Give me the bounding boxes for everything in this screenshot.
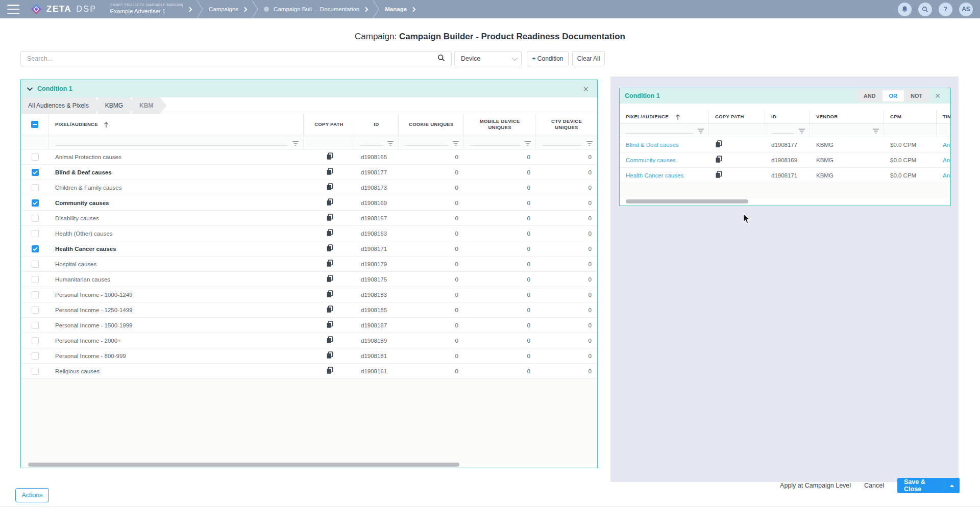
- filter-icon[interactable]: [292, 141, 299, 146]
- copy-path-icon[interactable]: [326, 183, 333, 191]
- selected-audience-row[interactable]: Blind & Deaf causesd1908177KBMG$0.0 CPMA…: [620, 137, 950, 152]
- filter-icon[interactable]: [697, 129, 704, 134]
- sort-asc-icon[interactable]: [103, 121, 109, 128]
- row-checkbox[interactable]: [32, 245, 39, 252]
- table-row[interactable]: Hospital causesd1908179000: [21, 257, 597, 272]
- table-row[interactable]: Humanitarian causesd1908175000: [21, 272, 597, 287]
- apply-at-campaign-level-button[interactable]: Apply at Campaign Level: [780, 482, 851, 489]
- filter-input[interactable]: [405, 139, 448, 146]
- row-checkbox[interactable]: [32, 352, 39, 360]
- row-checkbox[interactable]: [32, 322, 39, 329]
- operator-not[interactable]: NOT: [904, 90, 929, 101]
- column-header-label[interactable]: PIXEL/AUDIENCE: [626, 114, 669, 120]
- tim-value[interactable]: An: [937, 142, 950, 148]
- add-condition-button[interactable]: + Condition: [527, 51, 569, 66]
- actions-button[interactable]: Actions: [15, 488, 49, 502]
- audience-tab-kbmg[interactable]: KBMG: [98, 97, 136, 114]
- breadcrumb-item[interactable]: Campaign Buil ... Documentation: [259, 6, 373, 13]
- filter-icon[interactable]: [798, 129, 805, 134]
- row-checkbox[interactable]: [32, 261, 39, 268]
- breadcrumb-item[interactable]: Manage: [380, 6, 420, 13]
- row-checkbox[interactable]: [32, 184, 39, 191]
- filter-input[interactable]: [542, 139, 582, 146]
- copy-path-icon[interactable]: [326, 351, 333, 359]
- row-checkbox[interactable]: [32, 337, 39, 344]
- column-header-label[interactable]: COOKIE UNIQUES: [409, 121, 454, 128]
- select-all-checkbox[interactable]: [31, 121, 38, 128]
- copy-path-icon[interactable]: [326, 290, 333, 298]
- cancel-button[interactable]: Cancel: [864, 482, 884, 489]
- sort-asc-icon[interactable]: [675, 114, 681, 120]
- save-menu-caret-icon[interactable]: [950, 484, 954, 487]
- copy-path-icon[interactable]: [326, 214, 333, 221]
- audience-name-link[interactable]: Blind & Deaf causes: [620, 142, 709, 148]
- tim-value[interactable]: An: [937, 157, 950, 163]
- row-checkbox[interactable]: [32, 276, 39, 283]
- right-close-icon[interactable]: ✕: [930, 90, 945, 102]
- avatar[interactable]: AS: [959, 3, 973, 16]
- copy-path-icon[interactable]: [326, 152, 333, 160]
- row-checkbox[interactable]: [32, 307, 39, 314]
- table-row[interactable]: Animal Protection causesd1908165000: [21, 149, 597, 165]
- hamburger-menu-icon[interactable]: [7, 5, 19, 14]
- table-row[interactable]: Community causesd1908169000: [21, 195, 597, 211]
- row-checkbox[interactable]: [32, 169, 39, 176]
- filter-input[interactable]: [771, 126, 794, 134]
- copy-path-icon[interactable]: [326, 168, 333, 175]
- filter-icon[interactable]: [452, 141, 459, 146]
- table-row[interactable]: Personal Income - 800-999d1908181000: [21, 348, 597, 364]
- column-header-label[interactable]: COPY PATH: [314, 121, 344, 128]
- breadcrumb-item[interactable]: SMART PROJECTS (VARIABLE MARGIN)Example …: [105, 3, 197, 15]
- table-row[interactable]: Disability causesd1908167000: [21, 211, 597, 226]
- search-input[interactable]: [21, 55, 437, 62]
- row-checkbox[interactable]: [32, 368, 39, 375]
- copy-path-icon[interactable]: [326, 198, 333, 206]
- copy-path-icon[interactable]: [326, 321, 333, 328]
- copy-path-icon[interactable]: [326, 229, 333, 237]
- filter-icon[interactable]: [586, 141, 593, 146]
- copy-path-icon[interactable]: [326, 275, 333, 283]
- left-scrollbar-thumb[interactable]: [28, 463, 459, 467]
- table-row[interactable]: Personal Income - 1250-1499d1908185000: [21, 302, 597, 318]
- search-icon[interactable]: [918, 3, 932, 16]
- row-checkbox[interactable]: [32, 215, 39, 222]
- table-row[interactable]: Personal Income - 1000-1249d1908183000: [21, 287, 597, 302]
- clear-all-button[interactable]: Clear All: [572, 51, 605, 66]
- table-row[interactable]: Blind & Deaf causesd1908177000: [21, 165, 597, 180]
- copy-path-icon[interactable]: [715, 140, 722, 148]
- close-icon[interactable]: ✕: [580, 84, 591, 94]
- device-dropdown[interactable]: Device: [454, 51, 522, 66]
- copy-path-icon[interactable]: [326, 367, 333, 374]
- row-checkbox[interactable]: [32, 230, 39, 237]
- column-header-label[interactable]: MOBILE DEVICE UNIQUES: [470, 118, 529, 131]
- table-row[interactable]: Health Cancer causesd1908171000: [21, 241, 597, 257]
- filter-icon[interactable]: [872, 129, 879, 134]
- table-row[interactable]: Personal Income - 1500-1999d1908187000: [21, 318, 597, 333]
- filter-input[interactable]: [55, 139, 288, 146]
- audience-name-link[interactable]: Community causes: [620, 157, 709, 163]
- right-horizontal-scrollbar[interactable]: [620, 199, 950, 203]
- column-header-label[interactable]: PIXEL/AUDIENCE: [55, 121, 98, 128]
- save-and-close-button[interactable]: Save & Close: [897, 478, 960, 493]
- column-header-label[interactable]: TIM: [943, 114, 950, 120]
- copy-path-icon[interactable]: [326, 244, 333, 252]
- audience-tab-kbm[interactable]: KBM: [132, 97, 166, 114]
- search-magnifier-icon[interactable]: [437, 54, 445, 64]
- audience-tab-all-audiences-pixels[interactable]: All Audiences & Pixels: [21, 97, 102, 114]
- copy-path-icon[interactable]: [715, 156, 722, 163]
- table-row[interactable]: Personal Income - 2000+d1908189000: [21, 333, 597, 348]
- selected-audience-row[interactable]: Health Cancer causesd1908171KBMG$0.0 CPM…: [620, 168, 950, 183]
- filter-icon[interactable]: [524, 141, 531, 146]
- column-header-label[interactable]: ID: [374, 121, 379, 128]
- left-horizontal-scrollbar[interactable]: [21, 463, 597, 467]
- column-header-label[interactable]: ID: [771, 114, 776, 120]
- collapse-chevron-icon[interactable]: [27, 85, 33, 91]
- column-header-label[interactable]: CTV DEVICE UNIQUES: [542, 118, 591, 131]
- filter-input[interactable]: [626, 126, 693, 134]
- zeta-dsp-logo[interactable]: ZETA DSP: [30, 3, 97, 16]
- column-header-label[interactable]: COPY PATH: [715, 114, 744, 120]
- audience-name-link[interactable]: Health Cancer causes: [620, 172, 709, 178]
- tim-value[interactable]: An: [937, 172, 950, 178]
- breadcrumb-item[interactable]: Campaigns: [204, 6, 252, 13]
- selected-audience-row[interactable]: Community causesd1908169KBMG$0.0 CPMAn: [620, 152, 950, 168]
